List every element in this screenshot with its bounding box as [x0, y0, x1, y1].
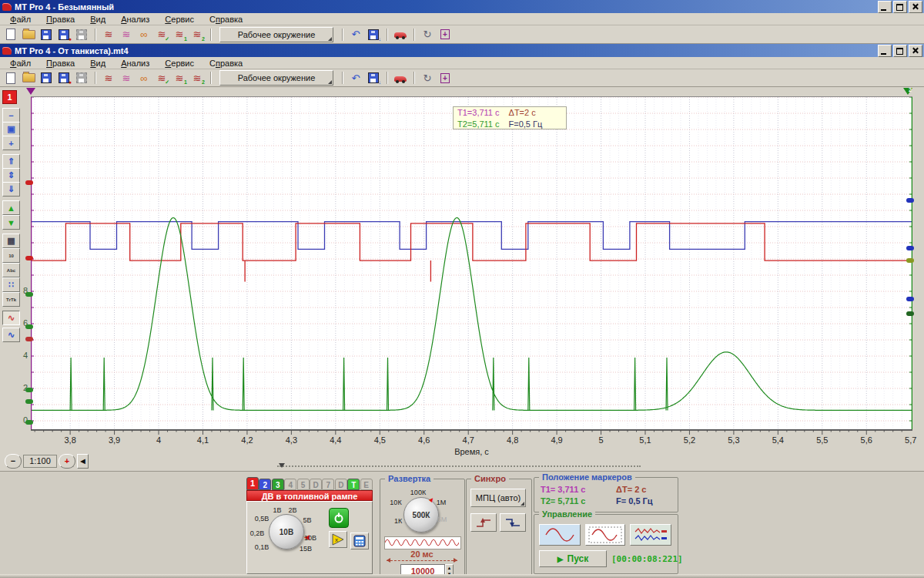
menu-Справка[interactable]: Справка [203, 58, 249, 69]
waves-one-icon[interactable]: ≋1 [172, 28, 187, 42]
channel-tab-4[interactable]: 4 [284, 479, 296, 490]
open-folder-icon[interactable] [21, 28, 36, 42]
car-icon[interactable] [393, 71, 408, 85]
channel-zero-marker[interactable] [25, 337, 33, 341]
channel-zero-marker[interactable] [906, 246, 914, 250]
save-icon[interactable] [38, 71, 54, 85]
channel-zero-marker[interactable] [25, 324, 33, 329]
channel-zero-marker[interactable] [25, 292, 33, 297]
channel-tab-2[interactable]: 2 [259, 479, 271, 490]
waves-ok-icon[interactable]: ≋✓ [154, 71, 169, 85]
channel-zero-marker[interactable] [25, 399, 33, 404]
measure-icon[interactable]: ↻ [420, 71, 435, 85]
channel-power-button[interactable] [329, 508, 349, 528]
waves-one-icon[interactable]: ≋1 [172, 71, 187, 85]
sync-mode-dropdown[interactable]: МПЦ (авто) [470, 489, 526, 507]
channel-tab-3[interactable]: 3 [272, 479, 284, 490]
mode-single-button[interactable] [539, 524, 581, 546]
waves-compare-icon[interactable]: ≋ [119, 71, 134, 85]
undo-icon[interactable]: ↶ [348, 28, 363, 42]
generator-button[interactable]: x [329, 531, 347, 548]
restore-button[interactable] [893, 45, 907, 57]
save-icon[interactable] [38, 28, 54, 42]
zoom-window-button[interactable]: ▣ [2, 122, 20, 136]
window2-titlebar[interactable]: MT Pro 4 - От танкиста).mt4 [0, 44, 924, 57]
menu-Правка[interactable]: Правка [39, 58, 82, 69]
channel-zero-marker[interactable] [25, 180, 33, 185]
window1-titlebar[interactable]: MT Pro 4 - Безымянный [0, 0, 924, 13]
menu-Сервис[interactable]: Сервис [158, 58, 201, 69]
mode-multichannel-button[interactable] [630, 524, 671, 546]
restore-button[interactable] [893, 1, 907, 13]
grid-button[interactable]: ▦ [2, 234, 20, 248]
save-as-icon[interactable]: ● [56, 71, 72, 85]
pan-up-button[interactable]: ⇑ [2, 154, 20, 169]
fit-vertical-icon[interactable]: + [437, 28, 453, 42]
minimize-button[interactable] [878, 1, 892, 13]
channel-zero-marker[interactable] [906, 297, 914, 301]
digits-button[interactable]: 10 [2, 248, 20, 263]
start-button[interactable]: ▶ Пуск [539, 550, 607, 567]
save-workspace-icon[interactable]: ↓ [366, 28, 381, 42]
channel-tab-D[interactable]: D [310, 479, 322, 490]
save-partial-icon[interactable] [74, 28, 89, 42]
waves-all-icon[interactable]: ≋ [101, 71, 116, 85]
pan-down-button[interactable]: ⇓ [2, 182, 20, 197]
workspace-combo[interactable]: Рабочее окружение [219, 27, 333, 42]
arrow-down-button[interactable]: ▼ [2, 215, 20, 230]
text-abc-button[interactable]: Abc [2, 263, 20, 277]
waves-ok-icon[interactable]: ≋✓ [154, 28, 169, 42]
menu-Правка[interactable]: Правка [39, 14, 82, 25]
channel-zero-marker[interactable] [906, 311, 914, 316]
save-workspace-icon[interactable]: ↓ [366, 71, 381, 85]
measure-icon[interactable]: ↻ [420, 28, 435, 42]
menu-Сервис[interactable]: Сервис [158, 14, 201, 25]
calculator-button[interactable] [350, 533, 369, 549]
plot-area[interactable]: T1=3,711 с ΔT=2 с T2=5,711 с F=0,5 Гц [31, 96, 912, 431]
zoom-in-button[interactable]: + [59, 454, 75, 469]
waves-loop-icon[interactable]: ∞ [136, 71, 152, 85]
channel-tab-7[interactable]: 7 [322, 479, 334, 490]
menu-Файл[interactable]: Файл [3, 58, 38, 69]
waves-loop-icon[interactable]: ∞ [136, 28, 152, 42]
new-file-icon[interactable] [3, 28, 18, 42]
car-icon[interactable] [393, 28, 408, 42]
waves-two-icon[interactable]: ≋2 [189, 28, 205, 42]
zoom-in-button[interactable]: + [2, 136, 20, 150]
new-file-icon[interactable] [3, 71, 18, 85]
channel-tab-E[interactable]: E [360, 479, 373, 490]
channel-tab-T[interactable]: T [347, 479, 360, 490]
channel-zero-marker[interactable] [25, 256, 33, 260]
workspace-combo[interactable]: Рабочее окружение [219, 70, 333, 86]
save-as-icon[interactable]: ● [56, 28, 72, 42]
zoom-out-button[interactable]: − [2, 108, 20, 123]
arrow-up-button[interactable]: ▲ [2, 200, 20, 215]
wave-small-button[interactable]: ∿ [2, 328, 20, 342]
scroll-left-button[interactable]: ◀ [77, 454, 89, 469]
menu-Файл[interactable]: Файл [3, 14, 38, 25]
channel-zero-marker[interactable] [25, 388, 33, 392]
zoom-out-button[interactable]: − [5, 454, 22, 469]
pan-center-button[interactable]: ⇕ [2, 168, 20, 183]
channel-tab-D[interactable]: D [335, 479, 347, 490]
minimize-button[interactable] [878, 45, 892, 57]
channel-tab-1[interactable]: 1 [246, 477, 259, 490]
menu-Анализ[interactable]: Анализ [114, 58, 156, 69]
channel-tab-5[interactable]: 5 [297, 479, 310, 490]
menu-Анализ[interactable]: Анализ [114, 14, 156, 25]
channel-zero-marker[interactable] [25, 420, 33, 425]
channel-zero-marker[interactable] [906, 198, 914, 203]
page-tab-1[interactable]: 1 [2, 90, 17, 104]
rising-edge-button[interactable] [470, 513, 497, 532]
fit-vertical-icon[interactable]: + [437, 71, 453, 85]
falling-edge-button[interactable] [500, 513, 526, 532]
menu-Справка[interactable]: Справка [203, 14, 249, 25]
save-partial-icon[interactable] [74, 71, 89, 85]
close-button[interactable] [909, 1, 922, 13]
waves-two-icon[interactable]: ≋2 [189, 71, 205, 85]
menu-Вид[interactable]: Вид [83, 14, 112, 25]
waves-compare-icon[interactable]: ≋ [119, 28, 134, 42]
close-button[interactable] [909, 45, 922, 57]
waves-all-icon[interactable]: ≋ [101, 28, 116, 42]
mode-windowed-button[interactable] [585, 524, 625, 546]
